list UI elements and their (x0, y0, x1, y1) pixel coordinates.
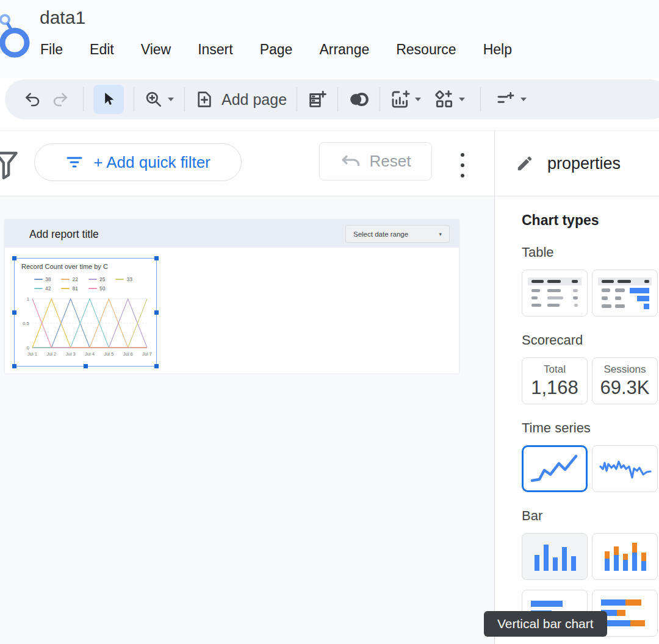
resize-handle-top-left[interactable] (12, 256, 16, 260)
menu-item-edit[interactable]: Edit (90, 41, 114, 58)
chart-types-heading: Chart types (522, 212, 659, 229)
toolbar-separator (337, 87, 338, 112)
sparkline-thumbnail-icon (597, 451, 652, 487)
date-range-control[interactable]: Select date range ▾ (345, 225, 450, 243)
legend-item: 25 (88, 276, 105, 282)
properties-panel-header: properties (495, 131, 659, 196)
legend-label: 33 (126, 276, 132, 282)
report-title-placeholder[interactable]: Add report title (29, 228, 99, 241)
edit-pencil-icon (516, 154, 534, 173)
resize-handle-bottom-center[interactable] (84, 364, 88, 368)
chevron-down-icon (458, 97, 466, 102)
resize-handle-mid-left[interactable] (12, 310, 16, 315)
add-page-icon (195, 90, 214, 109)
svg-text:Jul 5: Jul 5 (104, 351, 113, 357)
document-title[interactable]: data1 (40, 7, 85, 28)
group-label-time-series: Time series (522, 420, 659, 436)
scorecard-metric-value: 69.3K (600, 377, 649, 399)
blend-data-button[interactable] (348, 90, 370, 109)
legend-swatch (61, 288, 70, 289)
redo-button[interactable] (46, 85, 73, 114)
add-control-icon (495, 89, 516, 110)
report-canvas[interactable]: Add report title Select date range ▾ Rec… (0, 197, 494, 644)
chevron-down-icon: ▾ (439, 231, 442, 237)
scorecard-metric-label: Total (544, 363, 566, 376)
add-quick-filter-label: + Add quick filter (93, 153, 211, 172)
svg-text:Jul 6: Jul 6 (123, 351, 133, 357)
reset-undo-icon (340, 154, 361, 170)
community-visualizations-button[interactable] (434, 89, 466, 110)
menu-item-help[interactable]: Help (483, 41, 512, 58)
menu-item-resource[interactable]: Resource (396, 41, 456, 58)
add-data-button[interactable] (307, 89, 328, 110)
legend-item: 33 (115, 276, 132, 282)
legend-swatch (61, 279, 70, 280)
table-thumbnail-icon (527, 275, 583, 312)
zoom-icon (144, 90, 164, 109)
add-chart-button[interactable] (390, 89, 422, 110)
undo-icon (24, 90, 42, 109)
toolbar-separator (480, 87, 481, 112)
filter-lines-icon (65, 156, 84, 169)
vertical-bar-thumbnail-icon (527, 539, 582, 574)
chart-type-table[interactable] (522, 270, 588, 317)
chart-type-scorecard[interactable]: Total 1,168 (522, 357, 588, 404)
resize-handle-mid-right[interactable] (154, 310, 159, 315)
resize-handle-top-right[interactable] (154, 256, 159, 260)
chart-type-table-with-bars[interactable] (592, 270, 658, 317)
app-header: data1 FileEditViewInsertPageArrangeResou… (0, 0, 659, 78)
menu-item-view[interactable]: View (141, 41, 171, 58)
chart-type-time-series[interactable] (522, 445, 588, 492)
filter-funnel-icon[interactable] (0, 149, 18, 181)
select-cursor-icon (100, 91, 117, 108)
legend-swatch (88, 288, 97, 289)
report-page[interactable]: Add report title Select date range ▾ Rec… (5, 220, 459, 373)
toolbar: Add page (5, 79, 659, 120)
legend-item: 81 (61, 285, 77, 292)
chevron-down-icon (167, 97, 175, 102)
add-page-button[interactable]: Add page (195, 90, 287, 109)
reset-button[interactable]: Reset (319, 142, 432, 181)
more-options-button[interactable] (458, 152, 467, 179)
stacked-bar-thumbnail-icon (597, 539, 652, 574)
select-mode-button[interactable] (93, 85, 124, 114)
menu-item-insert[interactable]: Insert (198, 41, 233, 58)
group-label-table: Table (522, 245, 659, 260)
quick-filter-bar: + Add quick filter Reset (0, 131, 494, 196)
chart-type-vertical-bar[interactable] (522, 533, 588, 580)
looker-studio-logo-icon[interactable] (0, 4, 34, 70)
add-control-button[interactable] (495, 89, 527, 110)
legend-swatch (34, 288, 43, 289)
legend-label: 22 (72, 276, 77, 282)
properties-panel: properties Chart types Table (494, 131, 659, 644)
chart-type-sparkline[interactable] (592, 445, 658, 492)
legend-item: 22 (61, 276, 77, 282)
svg-text:0: 0 (27, 345, 30, 351)
chevron-down-icon (520, 97, 527, 102)
group-label-scorecard: Scorecard (522, 332, 659, 348)
legend-swatch (115, 279, 124, 280)
toolbar-separator (184, 87, 185, 112)
toolbar-separator (380, 87, 380, 112)
zoom-control[interactable] (144, 90, 175, 109)
menu-item-arrange[interactable]: Arrange (319, 41, 369, 58)
svg-text:Jul 7: Jul 7 (142, 351, 152, 357)
looker-studio-app: data1 FileEditViewInsertPageArrangeResou… (0, 0, 659, 644)
blend-data-icon (348, 90, 370, 109)
toolbar-separator (297, 87, 297, 112)
reset-label: Reset (370, 152, 411, 171)
add-chart-icon (390, 89, 411, 110)
add-quick-filter-button[interactable]: + Add quick filter (34, 143, 242, 181)
menu-item-page[interactable]: Page (260, 41, 293, 58)
undo-button[interactable] (20, 85, 46, 114)
legend-swatch (88, 279, 97, 280)
tooltip-label: Vertical bar chart (497, 617, 594, 631)
time-series-chart-widget[interactable]: Record Count over time by C 38222533 428… (14, 258, 157, 367)
line-chart-plot: 10.50Jul 1Jul 2Jul 3Jul 4Jul 5Jul 6Jul 7 (18, 295, 153, 360)
resize-handle-bottom-right[interactable] (154, 364, 159, 368)
menu-item-file[interactable]: File (40, 41, 63, 58)
chart-type-scorecard-compact[interactable]: Sessions 69.3K (592, 357, 658, 404)
scorecard-metric-label: Sessions (604, 363, 646, 376)
chart-type-stacked-bar[interactable] (592, 533, 658, 580)
resize-handle-bottom-left[interactable] (12, 364, 16, 368)
